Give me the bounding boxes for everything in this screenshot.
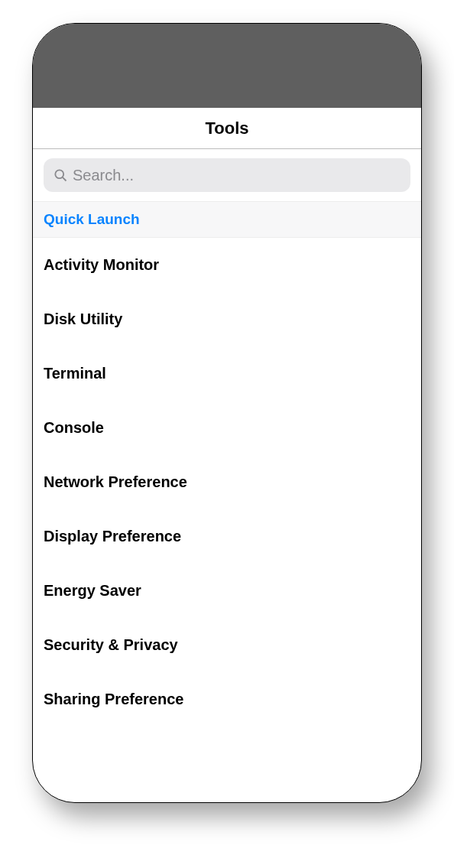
list-item-console[interactable]: Console xyxy=(33,401,421,455)
svg-point-0 xyxy=(55,170,63,178)
list-item-sharing-preference[interactable]: Sharing Preference xyxy=(33,672,421,727)
list-item-activity-monitor[interactable]: Activity Monitor xyxy=(33,238,421,292)
status-bar xyxy=(33,24,421,108)
list-item-label: Console xyxy=(44,419,410,437)
search-input[interactable] xyxy=(73,167,401,184)
svg-line-1 xyxy=(63,177,66,181)
list-item-label: Security & Privacy xyxy=(44,636,410,654)
search-field[interactable] xyxy=(44,158,410,192)
list-item-display-preference[interactable]: Display Preference xyxy=(33,509,421,564)
header-bar: Tools xyxy=(33,108,421,149)
tools-list: Activity Monitor Disk Utility Terminal C… xyxy=(33,238,421,727)
search-icon xyxy=(53,167,68,183)
list-item-label: Display Preference xyxy=(44,528,410,545)
list-item-disk-utility[interactable]: Disk Utility xyxy=(33,292,421,346)
list-item-energy-saver[interactable]: Energy Saver xyxy=(33,564,421,618)
list-item-label: Disk Utility xyxy=(44,310,410,328)
device-frame: Tools Quick Launch Activity Monitor Disk… xyxy=(32,23,422,803)
page-title: Tools xyxy=(205,119,248,138)
search-container xyxy=(33,149,421,201)
list-item-label: Terminal xyxy=(44,365,410,382)
list-item-terminal[interactable]: Terminal xyxy=(33,346,421,401)
list-item-network-preference[interactable]: Network Preference xyxy=(33,455,421,509)
list-item-label: Network Preference xyxy=(44,473,410,491)
list-item-label: Energy Saver xyxy=(44,582,410,600)
list-item-label: Activity Monitor xyxy=(44,256,410,274)
list-item-security-privacy[interactable]: Security & Privacy xyxy=(33,618,421,672)
list-item-label: Sharing Preference xyxy=(44,691,410,708)
section-header-title: Quick Launch xyxy=(44,211,410,228)
section-header: Quick Launch xyxy=(33,201,421,238)
